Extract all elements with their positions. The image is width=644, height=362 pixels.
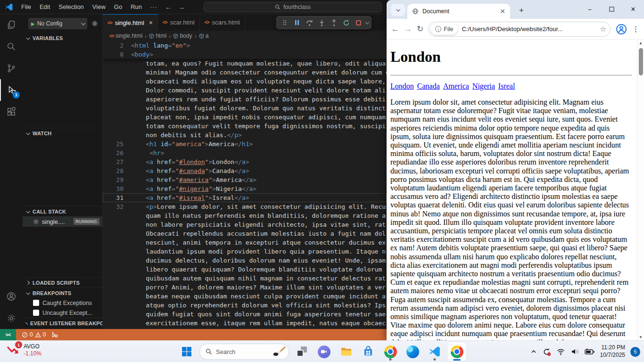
code-line[interactable]: totam consequatur velit tempore fuga dig…	[103, 122, 387, 131]
scrollbar-thumb[interactable]	[639, 48, 643, 75]
toolbar-grip-icon[interactable]	[280, 17, 290, 28]
code-line[interactable]: voluptatibus fugiat dolorem. Dolorum quo…	[103, 104, 387, 113]
step-out-button[interactable]	[329, 17, 339, 28]
step-over-button[interactable]	[304, 17, 314, 28]
problems-indicator[interactable]: 0 0	[22, 331, 46, 338]
checkbox-unchecked-icon[interactable]	[33, 300, 39, 306]
remote-indicator[interactable]: ><	[0, 329, 16, 340]
tab-scars.html[interactable]: <>scars.html	[200, 14, 245, 31]
code-line[interactable]: quam illo natus perferendis enim blandit…	[103, 211, 387, 220]
page-scrollbar[interactable]: ▲ ▼	[637, 40, 644, 340]
page-link-nigeria[interactable]: Nigeria	[472, 82, 495, 90]
debug-status-icon[interactable]	[51, 331, 58, 338]
code-line[interactable]: 28 <a href="#canada">Canada</a>	[103, 166, 387, 175]
task-view-button[interactable]	[292, 342, 311, 361]
code-line[interactable]: minima! Magnam odio consectetur consequu…	[103, 68, 387, 77]
debug-settings-gear-icon[interactable]	[91, 20, 99, 27]
source-control-icon[interactable]	[0, 58, 23, 79]
bookmark-star-icon[interactable]: ☆	[600, 25, 606, 33]
code-line[interactable]: atque optio reprehenderit dolorum vel of…	[103, 301, 387, 310]
code-line[interactable]: laudantium ipsum modi provident libero q…	[103, 247, 387, 256]
tab-close-icon[interactable]: ✕	[500, 8, 505, 15]
code-line[interactable]: exercitationem esse, itaque rem ullam im…	[103, 319, 387, 328]
minimize-button[interactable]: –	[579, 0, 601, 18]
code-line[interactable]: placeat non, ipsa impedit nobis consequa…	[103, 113, 387, 122]
command-center-search[interactable]: fourthclass	[204, 2, 382, 12]
address-bar[interactable]: i File C:/Users/HP/Desktop/website2/four…	[428, 22, 611, 37]
code-line[interactable]: 31 <a href="#isreal">Isreal</a>	[103, 193, 387, 202]
code-line[interactable]: 2<html lang="en">	[103, 41, 387, 50]
restart-button[interactable]	[341, 17, 351, 28]
microsoft-store-button[interactable]	[359, 342, 378, 361]
breadcrumb-html[interactable]: html	[149, 33, 166, 39]
code-line[interactable]: ducimus delectus, doloribus dolorum nam …	[103, 256, 387, 265]
watch-section-header[interactable]: WATCH	[23, 128, 102, 138]
tab-single.html[interactable]: <>single.html×	[103, 14, 158, 31]
code-line[interactable]: 25 <h1 id="america">America</h1>	[103, 140, 387, 148]
code-line[interactable]: nesciunt, animi tempora in excepturi atq…	[103, 238, 387, 247]
back-arrow-icon[interactable]: ←	[165, 3, 172, 11]
breadcrumb-body[interactable]: body	[173, 33, 192, 39]
forward-icon[interactable]: →	[404, 25, 412, 34]
page-link-canada[interactable]: Canada	[417, 82, 440, 90]
code-line[interactable]: beatae neque quibusdam nesciunt culpa pr…	[103, 292, 387, 301]
volume-icon[interactable]	[570, 348, 579, 355]
menu-view[interactable]: View	[88, 2, 110, 12]
pause-button[interactable]	[292, 17, 302, 28]
code-line[interactable]: Obcaecati repellendus accusantium molest…	[103, 229, 387, 238]
menu-run[interactable]: Run	[126, 2, 146, 12]
search-sidebar-icon[interactable]	[0, 36, 23, 58]
code-line[interactable]: totam, ea quos? Fugit numquam molestiae,…	[103, 59, 387, 68]
menu-go[interactable]: Go	[110, 2, 126, 12]
stop-dropdown-chevron-icon[interactable]	[365, 20, 369, 24]
code-line[interactable]: quibusdam autem quisquam nihil magnam in…	[103, 274, 387, 283]
code-line[interactable]: porro? Animi, dolorem maiores? Maxime il…	[103, 283, 387, 292]
stop-button[interactable]	[353, 17, 363, 28]
maximize-button[interactable]	[601, 0, 622, 18]
stocks-widget[interactable]: 1 AVGO -1.10%	[6, 343, 41, 357]
code-line[interactable]: 32 <p>Lorem ipsum dolor, sit amet consec…	[103, 202, 387, 211]
scroll-down-icon[interactable]: ▼	[637, 334, 644, 340]
debug-config-dropdown[interactable]: ▶ No Config	[28, 18, 87, 29]
menu-selection[interactable]: Selection	[54, 2, 88, 12]
step-into-button[interactable]	[316, 17, 327, 28]
event-listener-section-header[interactable]: EVENT LISTENER BREAKPO...	[23, 318, 102, 328]
notification-badge[interactable]: 5	[630, 347, 640, 357]
scroll-up-icon[interactable]: ▲	[637, 40, 644, 46]
code-line[interactable]: Dolor commodi, suscipit provident nesciu…	[103, 86, 387, 95]
extensions-icon[interactable]	[0, 101, 23, 123]
new-tab-button[interactable]: +	[516, 6, 527, 15]
menu-overflow[interactable]: ···	[146, 3, 161, 10]
browser-tab-document[interactable]: Document ✕	[407, 4, 510, 19]
page-link-london[interactable]: London	[390, 82, 414, 90]
code-line[interactable]: 29 <a href="#america">America</a>	[103, 175, 387, 184]
code-line[interactable]: libero quaerat quisquam? Doloremque blan…	[103, 265, 387, 274]
breakpoint-row[interactable]: Uncaught Except...	[23, 308, 102, 318]
code-line[interactable]: non labore perspiciatis eligendi archite…	[103, 220, 387, 229]
reload-icon[interactable]: ↻	[417, 24, 423, 34]
code-line[interactable]: obcaecati modi aliquam eos ut voluptate …	[103, 77, 387, 86]
file-explorer-button[interactable]	[337, 342, 355, 361]
profile-avatar[interactable]	[615, 23, 627, 35]
wifi-icon[interactable]	[556, 348, 565, 355]
settings-gear-icon[interactable]	[0, 307, 23, 329]
menu-file[interactable]: File	[17, 2, 35, 12]
code-line[interactable]: asperiores rem unde fugiat officiis? Dol…	[103, 95, 387, 104]
close-button[interactable]: ✕	[622, 0, 644, 18]
breadcrumb-a[interactable]: a	[199, 33, 209, 39]
code-line[interactable]: quidem fugiat quos sint dolorum animi fu…	[103, 310, 387, 319]
variables-section-header[interactable]: VARIABLES	[23, 33, 102, 43]
checkbox-unchecked-icon[interactable]	[33, 310, 39, 316]
taskbar-clock[interactable]: 11:20 PM 10/7/2025	[600, 344, 625, 359]
page-link-isreal[interactable]: Isreal	[498, 82, 515, 90]
breakpoints-section-header[interactable]: BREAKPOINTS	[23, 288, 102, 298]
chrome-button[interactable]	[381, 342, 400, 361]
breadcrumb-single.html[interactable]: <> single.html	[109, 33, 142, 39]
code-line[interactable]: non debitis sit alias.</p>	[103, 131, 387, 140]
run-and-debug-icon[interactable]: 1	[0, 79, 23, 101]
page-link-america[interactable]: America	[443, 82, 469, 90]
tab-search-button[interactable]	[391, 4, 405, 16]
breakpoint-row[interactable]: Caught Exceptions	[23, 298, 102, 308]
account-icon[interactable]	[0, 286, 23, 307]
battery-charging-icon[interactable]	[585, 348, 595, 355]
